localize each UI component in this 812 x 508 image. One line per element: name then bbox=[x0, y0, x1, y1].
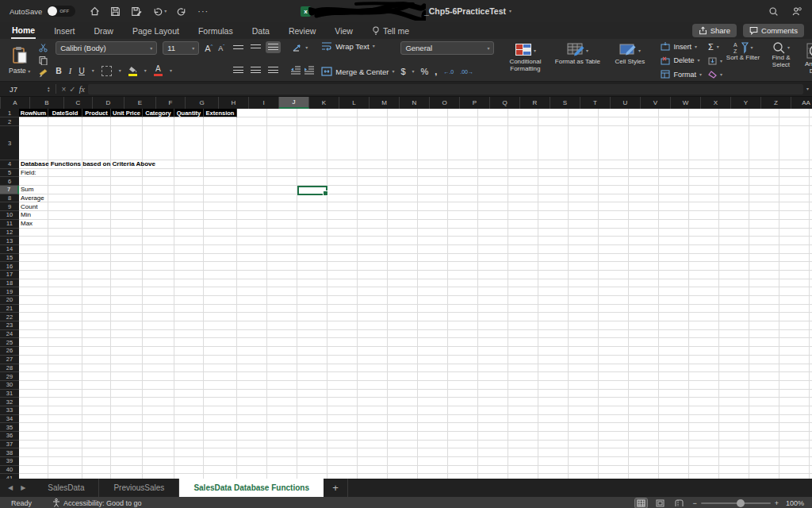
cell-V2[interactable] bbox=[659, 117, 689, 126]
cell-E6[interactable] bbox=[143, 177, 174, 186]
cell-Z14[interactable] bbox=[779, 245, 810, 254]
cut-icon[interactable] bbox=[38, 43, 48, 52]
column-header-A[interactable]: A bbox=[1, 97, 30, 109]
cell-W3[interactable] bbox=[689, 126, 719, 160]
cell-J29[interactable] bbox=[297, 372, 327, 381]
cell-L14[interactable] bbox=[358, 245, 388, 254]
cell-A30[interactable] bbox=[19, 381, 48, 390]
row-header-21[interactable]: 21 bbox=[0, 305, 19, 314]
cell-N24[interactable] bbox=[418, 330, 448, 339]
cell-Q15[interactable] bbox=[508, 254, 538, 263]
insert-cells-button[interactable]: Insert▾ bbox=[661, 42, 702, 51]
cell-D39[interactable] bbox=[111, 457, 143, 466]
cell-U19[interactable] bbox=[629, 287, 659, 296]
cell-U16[interactable] bbox=[629, 262, 659, 271]
cell-E24[interactable] bbox=[143, 330, 174, 339]
cell-V29[interactable] bbox=[659, 372, 689, 381]
cell-J9[interactable] bbox=[297, 202, 327, 211]
cell-H34[interactable] bbox=[237, 415, 267, 424]
cell-W32[interactable] bbox=[689, 398, 719, 406]
cell-U4[interactable] bbox=[629, 160, 659, 169]
cell-Z16[interactable] bbox=[779, 262, 810, 271]
cell-A35[interactable] bbox=[19, 423, 48, 432]
cell-K29[interactable] bbox=[327, 372, 358, 381]
cancel-icon[interactable]: × bbox=[62, 85, 67, 94]
cell-Z20[interactable] bbox=[779, 296, 810, 305]
cell-B3[interactable] bbox=[48, 126, 82, 160]
cell-V26[interactable] bbox=[659, 347, 689, 356]
cell-O32[interactable] bbox=[448, 398, 478, 406]
cell-W12[interactable] bbox=[689, 229, 719, 237]
cell-Z22[interactable] bbox=[779, 313, 810, 321]
cell-F10[interactable] bbox=[174, 211, 204, 220]
cell-J38[interactable] bbox=[297, 448, 327, 457]
cell-B12[interactable] bbox=[48, 229, 82, 237]
cell-R39[interactable] bbox=[538, 457, 569, 466]
cell-Z28[interactable] bbox=[779, 364, 810, 373]
cell-X36[interactable] bbox=[719, 432, 749, 441]
row-header-6[interactable]: 6 bbox=[0, 177, 19, 186]
cell-P32[interactable] bbox=[478, 398, 508, 406]
cell-M1[interactable] bbox=[388, 109, 418, 117]
cell-N7[interactable] bbox=[418, 186, 448, 194]
cell-K35[interactable] bbox=[327, 423, 358, 432]
cell-F24[interactable] bbox=[174, 330, 204, 339]
row-header-27[interactable]: 27 bbox=[0, 356, 19, 364]
cell-L31[interactable] bbox=[358, 390, 388, 398]
cell-O19[interactable] bbox=[448, 287, 478, 296]
cell-H10[interactable] bbox=[237, 211, 267, 220]
cell-N21[interactable] bbox=[418, 305, 448, 314]
cell-H1[interactable] bbox=[237, 109, 267, 117]
cell-O37[interactable] bbox=[448, 441, 478, 449]
cell-S1[interactable] bbox=[569, 109, 599, 117]
cell-F40[interactable] bbox=[174, 466, 204, 475]
cell-L7[interactable] bbox=[358, 186, 388, 194]
cell-B33[interactable] bbox=[48, 406, 82, 415]
cell-O3[interactable] bbox=[448, 126, 478, 160]
cell-A19[interactable] bbox=[19, 287, 48, 296]
cell-Q40[interactable] bbox=[508, 466, 538, 475]
row-header-9[interactable]: 9 bbox=[0, 202, 19, 211]
cell-C37[interactable] bbox=[82, 441, 111, 449]
tab-draw[interactable]: Draw bbox=[93, 24, 114, 38]
cell-Y21[interactable] bbox=[749, 305, 779, 314]
cell-J25[interactable] bbox=[297, 338, 327, 347]
cell-S15[interactable] bbox=[569, 254, 599, 263]
cell-E8[interactable] bbox=[143, 194, 174, 203]
cell-N35[interactable] bbox=[418, 423, 448, 432]
decrease-font-icon[interactable]: Aˇ bbox=[218, 44, 224, 52]
row-header-37[interactable]: 37 bbox=[0, 441, 19, 449]
comma-format-button[interactable]: , bbox=[435, 67, 437, 76]
cell-R6[interactable] bbox=[538, 177, 569, 186]
cell-W24[interactable] bbox=[689, 330, 719, 339]
cell-A27[interactable] bbox=[19, 356, 48, 364]
cell-L5[interactable] bbox=[358, 169, 388, 178]
page-layout-view-button[interactable] bbox=[654, 498, 666, 508]
cell-R35[interactable] bbox=[538, 423, 569, 432]
cell-L34[interactable] bbox=[358, 415, 388, 424]
select-all-corner[interactable] bbox=[0, 97, 1, 109]
cell-I13[interactable] bbox=[267, 237, 297, 245]
cell-Y27[interactable] bbox=[749, 356, 779, 364]
cell-S32[interactable] bbox=[569, 398, 599, 406]
cell-O23[interactable] bbox=[448, 321, 478, 330]
cell-S31[interactable] bbox=[569, 390, 599, 398]
cell-N39[interactable] bbox=[418, 457, 448, 466]
cell-P39[interactable] bbox=[478, 457, 508, 466]
cell-H33[interactable] bbox=[237, 406, 267, 415]
cell-F6[interactable] bbox=[174, 177, 204, 186]
cell-X21[interactable] bbox=[719, 305, 749, 314]
cell-W38[interactable] bbox=[689, 448, 719, 457]
cell-R24[interactable] bbox=[538, 330, 569, 339]
spreadsheet-grid[interactable]: ABCDEFGHIJKLMNOPQRSTUVWXYZAA1RowNumDateS… bbox=[0, 97, 812, 479]
cell-D19[interactable] bbox=[111, 287, 143, 296]
cell-V32[interactable] bbox=[659, 398, 689, 406]
cell-P36[interactable] bbox=[478, 432, 508, 441]
row-header-33[interactable]: 33 bbox=[0, 406, 19, 415]
cell-I3[interactable] bbox=[267, 126, 297, 160]
cell-J15[interactable] bbox=[297, 254, 327, 263]
cell-E12[interactable] bbox=[143, 229, 174, 237]
cell-G25[interactable] bbox=[204, 338, 237, 347]
cell-K11[interactable] bbox=[327, 220, 358, 229]
column-header-AA[interactable]: AA bbox=[791, 97, 812, 109]
